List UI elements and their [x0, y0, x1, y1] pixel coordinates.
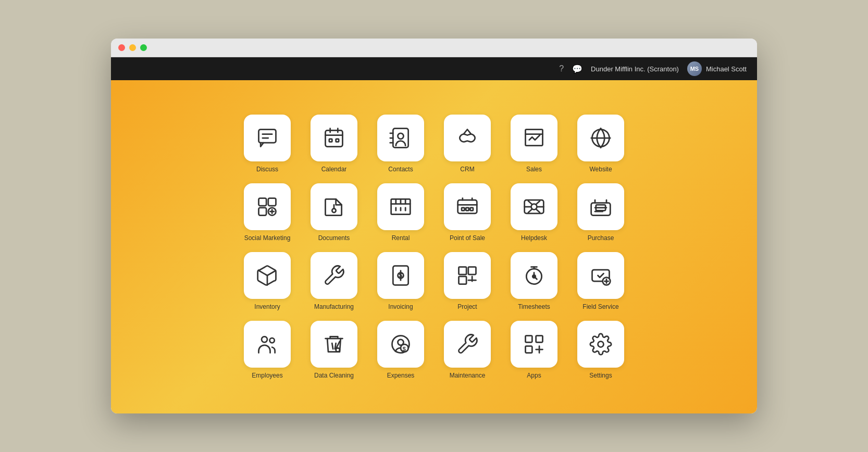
app-icon-expenses: $ [377, 321, 424, 368]
app-grid: Discuss Calendar [239, 115, 629, 379]
app-item-inventory[interactable]: Inventory [239, 252, 296, 310]
svg-line-44 [528, 209, 532, 212]
main-content: Discuss Calendar [111, 80, 757, 413]
app-item-timesheets[interactable]: Timesheets [505, 252, 563, 310]
help-icon[interactable]: ? [559, 64, 564, 73]
svg-rect-17 [259, 198, 267, 206]
svg-rect-59 [459, 267, 467, 275]
app-item-employees[interactable]: Employees [239, 321, 296, 379]
svg-point-66 [262, 336, 267, 342]
app-icon-purchase [577, 183, 624, 230]
app-icon-project [444, 252, 491, 299]
svg-point-77 [598, 342, 604, 347]
app-icon-data-cleaning [311, 321, 357, 368]
app-icon-crm [444, 115, 491, 161]
app-icon-point-of-sale [444, 183, 491, 230]
svg-rect-8 [336, 139, 339, 142]
svg-line-42 [528, 201, 532, 204]
app-label-timesheets: Timesheets [518, 303, 550, 310]
svg-line-43 [536, 201, 540, 204]
app-label-inventory: Inventory [254, 303, 280, 310]
app-item-calendar[interactable]: Calendar [305, 115, 363, 173]
app-label-apps: Apps [527, 372, 541, 379]
app-icon-documents [311, 183, 357, 230]
app-item-social-marketing[interactable]: Social Marketing [239, 183, 296, 242]
app-icon-inventory [244, 252, 291, 299]
svg-point-67 [270, 338, 275, 343]
svg-point-10 [398, 133, 404, 139]
app-item-apps[interactable]: Apps [505, 321, 563, 379]
svg-line-45 [536, 209, 540, 212]
app-item-point-of-sale[interactable]: Point of Sale [439, 183, 496, 242]
app-label-calendar: Calendar [321, 166, 347, 173]
app-label-helpdesk: Helpdesk [521, 234, 547, 242]
app-icon-social-marketing [244, 183, 291, 230]
svg-rect-33 [458, 200, 477, 214]
svg-rect-19 [259, 208, 267, 216]
app-label-contacts: Contacts [388, 166, 413, 173]
svg-point-69 [336, 348, 340, 351]
minimize-button[interactable] [129, 44, 136, 51]
svg-rect-61 [459, 277, 467, 284]
app-item-invoicing[interactable]: $ Invoicing [372, 252, 429, 310]
svg-rect-60 [468, 267, 476, 275]
app-label-expenses: Expenses [387, 372, 415, 379]
app-item-settings[interactable]: Settings [572, 321, 629, 379]
user-menu[interactable]: MS Michael Scott [687, 61, 747, 76]
app-label-point-of-sale: Point of Sale [450, 234, 485, 242]
svg-rect-37 [470, 208, 474, 211]
app-icon-employees [244, 321, 291, 368]
app-item-website[interactable]: Website [572, 115, 629, 173]
app-item-maintenance[interactable]: Maintenance [439, 321, 496, 379]
app-item-rental[interactable]: Rental [372, 183, 429, 242]
close-button[interactable] [118, 44, 125, 51]
app-icon-rental [377, 183, 424, 230]
app-label-discuss: Discuss [256, 166, 278, 173]
company-name[interactable]: Dunder Mifflin Inc. (Scranton) [591, 65, 679, 73]
app-label-settings: Settings [589, 372, 612, 379]
app-icon-maintenance [444, 321, 491, 368]
app-icon-manufacturing [311, 252, 357, 299]
app-item-helpdesk[interactable]: Helpdesk [505, 183, 563, 242]
svg-rect-18 [268, 198, 276, 206]
app-item-expenses[interactable]: $ Expenses [372, 321, 429, 379]
svg-rect-76 [526, 346, 532, 353]
app-item-crm[interactable]: CRM [439, 115, 496, 173]
app-item-project[interactable]: Project [439, 252, 496, 310]
app-label-employees: Employees [252, 372, 282, 379]
svg-rect-75 [536, 336, 543, 343]
app-label-social-marketing: Social Marketing [244, 234, 291, 242]
svg-point-64 [532, 275, 536, 278]
app-icon-invoicing: $ [377, 252, 424, 299]
app-item-documents[interactable]: Documents [305, 183, 363, 242]
app-icon-timesheets [511, 252, 557, 299]
app-label-invoicing: Invoicing [388, 303, 413, 310]
app-label-data-cleaning: Data Cleaning [314, 372, 354, 379]
svg-rect-7 [329, 139, 332, 142]
app-icon-apps [511, 321, 557, 368]
app-label-field-service: Field Service [582, 303, 618, 310]
nav-bar: ? 💬 Dunder Mifflin Inc. (Scranton) MS Mi… [111, 57, 757, 80]
app-item-manufacturing[interactable]: Manufacturing [305, 252, 363, 310]
svg-rect-3 [326, 130, 343, 146]
app-icon-calendar [311, 115, 357, 161]
avatar: MS [687, 61, 702, 76]
app-icon-field-service [577, 252, 624, 299]
app-item-purchase[interactable]: Purchase [572, 183, 629, 242]
app-item-contacts[interactable]: Contacts [372, 115, 429, 173]
app-label-documents: Documents [318, 234, 350, 242]
user-name: Michael Scott [706, 65, 747, 73]
app-icon-discuss [244, 115, 291, 161]
title-bar [111, 39, 757, 57]
maximize-button[interactable] [140, 44, 147, 51]
svg-rect-36 [466, 208, 469, 211]
app-label-manufacturing: Manufacturing [314, 303, 354, 310]
app-icon-settings [577, 321, 624, 368]
svg-rect-0 [259, 130, 276, 143]
app-item-sales[interactable]: Sales [505, 115, 563, 173]
app-item-data-cleaning[interactable]: Data Cleaning [305, 321, 363, 379]
app-item-discuss[interactable]: Discuss [239, 115, 296, 173]
app-icon-sales [511, 115, 557, 161]
chat-icon[interactable]: 💬 [572, 64, 582, 74]
app-item-field-service[interactable]: Field Service [572, 252, 629, 310]
